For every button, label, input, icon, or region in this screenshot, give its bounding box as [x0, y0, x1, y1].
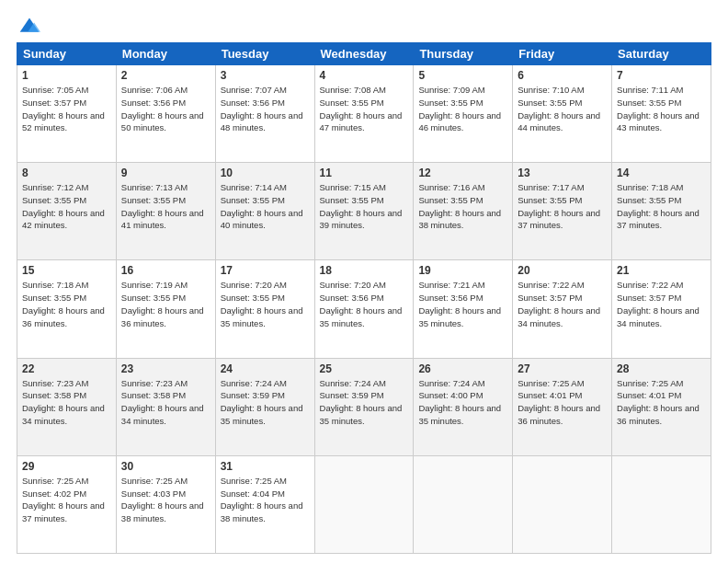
- day-number: 23: [121, 362, 210, 375]
- day-info: Sunrise: 7:25 AMSunset: 4:04 PMDaylight:…: [221, 475, 310, 525]
- day-info: Sunrise: 7:13 AMSunset: 3:55 PMDaylight:…: [121, 181, 210, 232]
- day-info: Sunrise: 7:17 AMSunset: 3:55 PMDaylight:…: [518, 181, 607, 232]
- week-row-2: 8Sunrise: 7:12 AMSunset: 3:55 PMDaylight…: [17, 163, 711, 260]
- day-number: 2: [121, 69, 210, 82]
- day-number: 20: [518, 264, 607, 277]
- day-cell-29: 29Sunrise: 7:25 AMSunset: 4:02 PMDayligh…: [17, 455, 117, 553]
- day-cell-18: 18Sunrise: 7:20 AMSunset: 3:56 PMDayligh…: [314, 260, 414, 358]
- day-number: 29: [22, 460, 111, 473]
- day-info: Sunrise: 7:14 AMSunset: 3:55 PMDaylight:…: [221, 181, 310, 232]
- day-cell-13: 13Sunrise: 7:17 AMSunset: 3:55 PMDayligh…: [513, 163, 612, 260]
- day-info: Sunrise: 7:12 AMSunset: 3:55 PMDaylight:…: [22, 181, 111, 232]
- day-cell-16: 16Sunrise: 7:19 AMSunset: 3:55 PMDayligh…: [116, 260, 215, 358]
- day-number: 12: [418, 167, 507, 179]
- day-info: Sunrise: 7:20 AMSunset: 3:55 PMDaylight:…: [221, 279, 310, 329]
- day-number: 11: [320, 167, 409, 179]
- day-info: Sunrise: 7:22 AMSunset: 3:57 PMDaylight:…: [617, 279, 706, 329]
- day-number: 3: [221, 69, 310, 82]
- day-info: Sunrise: 7:15 AMSunset: 3:55 PMDaylight:…: [320, 181, 409, 232]
- day-cell-25: 25Sunrise: 7:24 AMSunset: 3:59 PMDayligh…: [314, 358, 414, 455]
- day-number: 27: [518, 362, 607, 375]
- day-number: 13: [518, 167, 607, 179]
- day-cell-2: 2Sunrise: 7:06 AMSunset: 3:56 PMDaylight…: [116, 65, 215, 163]
- day-number: 30: [121, 460, 210, 473]
- day-number: 21: [617, 264, 706, 277]
- day-number: 6: [518, 69, 607, 82]
- day-cell-27: 27Sunrise: 7:25 AMSunset: 4:01 PMDayligh…: [513, 358, 612, 455]
- day-info: Sunrise: 7:05 AMSunset: 3:57 PMDaylight:…: [22, 84, 111, 134]
- col-thursday: Thursday: [414, 43, 513, 65]
- day-cell-12: 12Sunrise: 7:16 AMSunset: 3:55 PMDayligh…: [414, 163, 513, 260]
- col-saturday: Saturday: [612, 43, 711, 65]
- day-number: 1: [22, 69, 111, 82]
- day-info: Sunrise: 7:10 AMSunset: 3:55 PMDaylight:…: [518, 84, 607, 134]
- day-cell-1: 1Sunrise: 7:05 AMSunset: 3:57 PMDaylight…: [17, 65, 117, 163]
- day-info: Sunrise: 7:19 AMSunset: 3:55 PMDaylight:…: [121, 279, 210, 329]
- logo-icon: [18, 15, 40, 37]
- day-info: Sunrise: 7:07 AMSunset: 3:56 PMDaylight:…: [221, 84, 310, 134]
- col-wednesday: Wednesday: [314, 43, 414, 65]
- day-cell-23: 23Sunrise: 7:23 AMSunset: 3:58 PMDayligh…: [116, 358, 215, 455]
- day-cell-19: 19Sunrise: 7:21 AMSunset: 3:56 PMDayligh…: [414, 260, 513, 358]
- day-info: Sunrise: 7:23 AMSunset: 3:58 PMDaylight:…: [22, 377, 111, 428]
- day-info: Sunrise: 7:25 AMSunset: 4:01 PMDaylight:…: [518, 377, 607, 428]
- day-info: Sunrise: 7:09 AMSunset: 3:55 PMDaylight:…: [418, 84, 507, 134]
- day-info: Sunrise: 7:23 AMSunset: 3:58 PMDaylight:…: [121, 377, 210, 428]
- day-info: Sunrise: 7:24 AMSunset: 4:00 PMDaylight:…: [418, 377, 507, 428]
- day-number: 17: [221, 264, 310, 277]
- day-cell-4: 4Sunrise: 7:08 AMSunset: 3:55 PMDaylight…: [314, 65, 414, 163]
- week-row-1: 1Sunrise: 7:05 AMSunset: 3:57 PMDaylight…: [17, 65, 711, 163]
- day-cell-8: 8Sunrise: 7:12 AMSunset: 3:55 PMDaylight…: [17, 163, 117, 260]
- day-cell-28: 28Sunrise: 7:25 AMSunset: 4:01 PMDayligh…: [612, 358, 711, 455]
- day-info: Sunrise: 7:24 AMSunset: 3:59 PMDaylight:…: [320, 377, 409, 428]
- day-info: Sunrise: 7:22 AMSunset: 3:57 PMDaylight:…: [518, 279, 607, 329]
- day-number: 9: [121, 167, 210, 179]
- day-number: 14: [617, 167, 706, 179]
- empty-cell: [513, 455, 612, 553]
- empty-cell: [314, 455, 414, 553]
- day-number: 19: [418, 264, 507, 277]
- day-number: 31: [221, 460, 310, 473]
- day-cell-24: 24Sunrise: 7:24 AMSunset: 3:59 PMDayligh…: [215, 358, 314, 455]
- week-row-5: 29Sunrise: 7:25 AMSunset: 4:02 PMDayligh…: [17, 455, 711, 553]
- day-number: 22: [22, 362, 111, 375]
- header: [17, 15, 711, 37]
- week-row-3: 15Sunrise: 7:18 AMSunset: 3:55 PMDayligh…: [17, 260, 711, 358]
- day-number: 18: [320, 264, 409, 277]
- day-number: 4: [320, 69, 409, 82]
- day-cell-31: 31Sunrise: 7:25 AMSunset: 4:04 PMDayligh…: [215, 455, 314, 553]
- col-tuesday: Tuesday: [215, 43, 314, 65]
- day-info: Sunrise: 7:24 AMSunset: 3:59 PMDaylight:…: [221, 377, 310, 428]
- day-cell-11: 11Sunrise: 7:15 AMSunset: 3:55 PMDayligh…: [314, 163, 414, 260]
- logo: [17, 15, 40, 37]
- day-info: Sunrise: 7:25 AMSunset: 4:02 PMDaylight:…: [22, 475, 111, 525]
- day-number: 8: [22, 167, 111, 179]
- day-info: Sunrise: 7:18 AMSunset: 3:55 PMDaylight:…: [617, 181, 706, 232]
- page: SundayMondayTuesdayWednesdayThursdayFrid…: [0, 0, 728, 563]
- day-cell-30: 30Sunrise: 7:25 AMSunset: 4:03 PMDayligh…: [116, 455, 215, 553]
- day-number: 25: [320, 362, 409, 375]
- day-info: Sunrise: 7:06 AMSunset: 3:56 PMDaylight:…: [121, 84, 210, 134]
- col-monday: Monday: [116, 43, 215, 65]
- day-cell-20: 20Sunrise: 7:22 AMSunset: 3:57 PMDayligh…: [513, 260, 612, 358]
- day-cell-5: 5Sunrise: 7:09 AMSunset: 3:55 PMDaylight…: [414, 65, 513, 163]
- day-cell-22: 22Sunrise: 7:23 AMSunset: 3:58 PMDayligh…: [17, 358, 117, 455]
- day-cell-26: 26Sunrise: 7:24 AMSunset: 4:00 PMDayligh…: [414, 358, 513, 455]
- day-cell-9: 9Sunrise: 7:13 AMSunset: 3:55 PMDaylight…: [116, 163, 215, 260]
- day-info: Sunrise: 7:20 AMSunset: 3:56 PMDaylight:…: [320, 279, 409, 329]
- day-cell-7: 7Sunrise: 7:11 AMSunset: 3:55 PMDaylight…: [612, 65, 711, 163]
- day-cell-17: 17Sunrise: 7:20 AMSunset: 3:55 PMDayligh…: [215, 260, 314, 358]
- day-number: 24: [221, 362, 310, 375]
- col-friday: Friday: [513, 43, 612, 65]
- day-cell-21: 21Sunrise: 7:22 AMSunset: 3:57 PMDayligh…: [612, 260, 711, 358]
- day-info: Sunrise: 7:08 AMSunset: 3:55 PMDaylight:…: [320, 84, 409, 134]
- day-info: Sunrise: 7:16 AMSunset: 3:55 PMDaylight:…: [418, 181, 507, 232]
- day-number: 7: [617, 69, 706, 82]
- col-sunday: Sunday: [17, 43, 117, 65]
- calendar-table: SundayMondayTuesdayWednesdayThursdayFrid…: [17, 42, 711, 554]
- empty-cell: [414, 455, 513, 553]
- day-number: 16: [121, 264, 210, 277]
- header-row: SundayMondayTuesdayWednesdayThursdayFrid…: [17, 43, 711, 65]
- day-number: 28: [617, 362, 706, 375]
- day-info: Sunrise: 7:18 AMSunset: 3:55 PMDaylight:…: [22, 279, 111, 329]
